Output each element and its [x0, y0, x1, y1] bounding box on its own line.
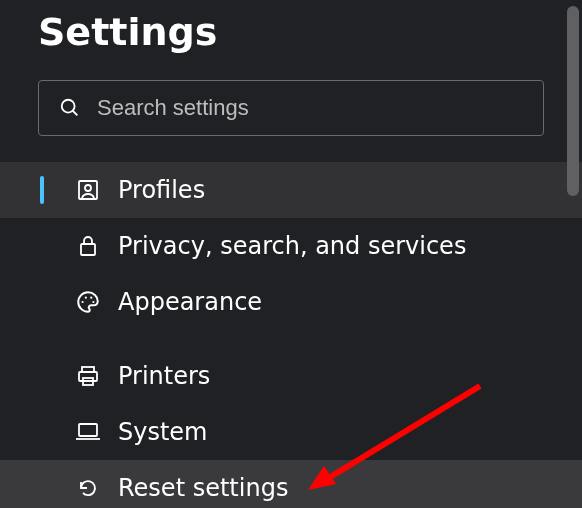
sidebar-item-privacy[interactable]: Privacy, search, and services: [0, 218, 582, 274]
sidebar-item-label: Appearance: [118, 288, 262, 316]
page-title: Settings: [0, 0, 582, 54]
sidebar-item-label: Printers: [118, 362, 210, 390]
settings-nav: Profiles Privacy, search, and services A…: [0, 162, 582, 508]
sidebar-item-system[interactable]: System: [0, 404, 582, 460]
reset-icon: [58, 476, 118, 500]
search-box[interactable]: [38, 80, 544, 136]
svg-rect-12: [79, 424, 97, 436]
svg-rect-2: [79, 181, 97, 199]
sidebar-item-label: Reset settings: [118, 474, 288, 502]
palette-icon: [58, 289, 118, 315]
svg-point-6: [85, 297, 87, 299]
sidebar-item-printers[interactable]: Printers: [0, 348, 582, 404]
sidebar-item-appearance[interactable]: Appearance: [0, 274, 582, 330]
svg-point-3: [85, 185, 91, 191]
scrollbar-thumb[interactable]: [567, 6, 579, 196]
svg-point-8: [92, 301, 94, 303]
sidebar-item-profiles[interactable]: Profiles: [0, 162, 582, 218]
profile-icon: [58, 178, 118, 202]
svg-rect-4: [81, 244, 95, 255]
laptop-icon: [58, 420, 118, 444]
search-input[interactable]: [97, 95, 525, 121]
svg-point-7: [90, 297, 92, 299]
svg-rect-10: [79, 372, 97, 381]
svg-line-1: [73, 111, 78, 116]
sidebar-item-label: Profiles: [118, 176, 205, 204]
sidebar-item-label: Privacy, search, and services: [118, 232, 466, 260]
search-container: [38, 80, 544, 136]
svg-point-5: [82, 301, 84, 303]
svg-point-0: [62, 100, 75, 113]
nav-spacer: [0, 330, 582, 348]
scrollbar[interactable]: [567, 0, 579, 508]
lock-icon: [58, 234, 118, 258]
sidebar-item-label: System: [118, 418, 208, 446]
search-icon: [57, 95, 83, 121]
sidebar-item-reset-settings[interactable]: Reset settings: [0, 460, 582, 508]
printer-icon: [58, 364, 118, 388]
